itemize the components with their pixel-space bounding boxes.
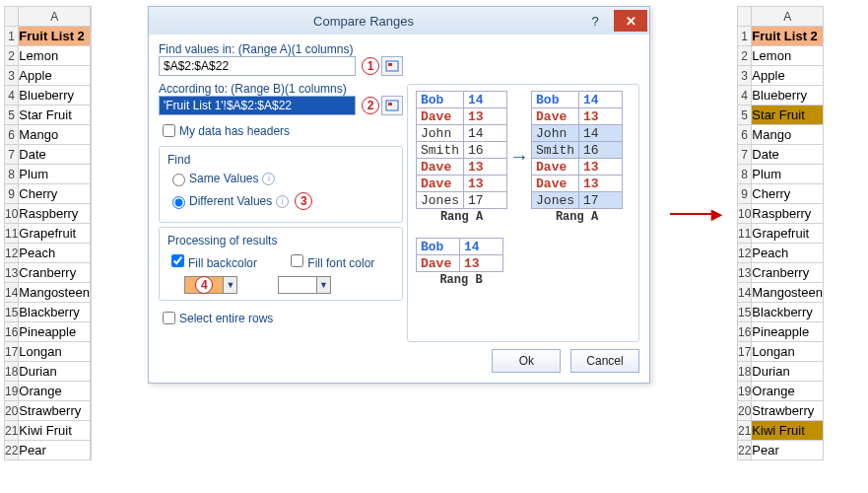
row-header[interactable]: 8 [738, 165, 752, 184]
fontcolor-dropdown-icon[interactable]: ▼ [317, 276, 331, 294]
row-header[interactable]: 15 [5, 303, 19, 322]
data-cell[interactable]: Blueberry [19, 86, 91, 106]
row-header[interactable]: 13 [5, 263, 19, 283]
data-cell[interactable]: Raspberry [19, 204, 91, 224]
data-cell[interactable]: Pear [19, 441, 91, 460]
row-header[interactable]: 3 [5, 66, 19, 86]
select-all-corner[interactable] [738, 7, 752, 27]
row-header[interactable]: 14 [5, 283, 19, 303]
cancel-button[interactable]: Cancel [570, 349, 639, 373]
data-cell[interactable]: Orange [752, 382, 824, 401]
data-cell[interactable]: Pear [752, 441, 824, 460]
data-cell[interactable]: Star Fruit [19, 106, 91, 125]
data-cell[interactable]: Blueberry [752, 86, 824, 106]
row-header[interactable]: 9 [738, 184, 752, 204]
row-header[interactable]: 18 [5, 362, 19, 382]
backcolor-swatch[interactable]: 4 [184, 276, 224, 294]
header-cell[interactable]: Fruit List 2 [752, 27, 824, 46]
data-cell[interactable]: Cherry [752, 184, 824, 204]
row-header[interactable]: 16 [738, 322, 752, 342]
data-cell[interactable]: Lemon [19, 46, 91, 66]
empty-cell[interactable] [90, 27, 91, 46]
range-a-picker-icon[interactable] [381, 56, 403, 76]
row-header[interactable]: 17 [738, 342, 752, 362]
data-cell[interactable]: Cranberry [752, 263, 824, 283]
row-header[interactable]: 22 [5, 441, 19, 460]
data-cell[interactable]: Plum [752, 165, 824, 184]
row-header[interactable]: 22 [738, 441, 752, 460]
info-icon[interactable]: i [262, 173, 275, 185]
row-header[interactable]: 13 [738, 263, 752, 283]
row-header[interactable]: 12 [738, 244, 752, 263]
empty-cell[interactable] [90, 224, 91, 244]
empty-cell[interactable] [90, 165, 91, 184]
row-header[interactable]: 19 [5, 382, 19, 401]
col-header-a[interactable]: A [752, 7, 824, 27]
col-header-b[interactable] [90, 7, 91, 27]
row-header[interactable]: 21 [738, 421, 752, 441]
row-header[interactable]: 4 [738, 86, 752, 106]
data-cell[interactable]: Plum [19, 165, 91, 184]
row-header[interactable]: 10 [5, 204, 19, 224]
data-cell[interactable]: Date [752, 145, 824, 165]
data-cell[interactable]: Raspberry [752, 204, 824, 224]
row-header[interactable]: 5 [738, 106, 752, 125]
empty-cell[interactable] [90, 145, 91, 165]
row-header[interactable]: 2 [738, 46, 752, 66]
fontcolor-swatch[interactable] [278, 276, 317, 294]
row-header[interactable]: 20 [5, 401, 19, 421]
range-b-input[interactable]: 'Fruit List 1'!$A$2:$A$22 [159, 96, 356, 115]
empty-cell[interactable] [90, 66, 91, 86]
empty-cell[interactable] [90, 86, 91, 106]
data-cell[interactable]: Pineapple [19, 322, 91, 342]
empty-cell[interactable] [90, 125, 91, 145]
empty-cell[interactable] [90, 382, 91, 401]
data-cell[interactable]: Peach [752, 244, 824, 263]
empty-cell[interactable] [90, 204, 91, 224]
col-header-a[interactable]: A [19, 7, 91, 27]
row-header[interactable]: 12 [5, 244, 19, 263]
right-spreadsheet[interactable]: A 1Fruit List 2 2Lemon3Apple4Blueberry5S… [737, 6, 824, 460]
empty-cell[interactable] [90, 106, 91, 125]
row-header[interactable]: 11 [5, 224, 19, 244]
data-cell[interactable]: Strawberry [752, 401, 824, 421]
backcolor-dropdown-icon[interactable]: ▼ [224, 276, 237, 294]
data-cell[interactable]: Blackberry [752, 303, 824, 322]
fill-fontcolor-checkbox[interactable]: Fill font color [287, 251, 374, 270]
select-all-corner[interactable] [5, 7, 19, 27]
empty-cell[interactable] [90, 184, 91, 204]
same-values-radio[interactable]: Same Valuesi [167, 171, 394, 186]
data-cell[interactable]: Orange [19, 382, 91, 401]
fill-backcolor-checkbox[interactable]: Fill backcolor [167, 251, 284, 270]
data-cell[interactable]: Kiwi Fruit [752, 421, 824, 441]
left-spreadsheet[interactable]: A 1Fruit List 2 2Lemon3Apple4Blueberry5S… [4, 6, 92, 460]
row-header[interactable]: 5 [5, 106, 19, 125]
help-button[interactable]: ? [578, 10, 612, 32]
row-header[interactable]: 11 [738, 224, 752, 244]
empty-cell[interactable] [90, 342, 91, 362]
my-data-headers-checkbox[interactable]: My data has headers [159, 121, 403, 140]
row-header[interactable]: 6 [5, 125, 19, 145]
header-cell[interactable]: Fruit List 2 [19, 27, 91, 46]
row-header[interactable]: 14 [738, 283, 752, 303]
row-header[interactable]: 8 [5, 165, 19, 184]
select-entire-rows-checkbox[interactable]: Select entire rows [159, 309, 403, 327]
data-cell[interactable]: Peach [19, 244, 91, 263]
data-cell[interactable]: Apple [19, 66, 91, 86]
data-cell[interactable]: Durian [752, 362, 824, 382]
data-cell[interactable]: Mangosteen [19, 283, 91, 303]
row-header[interactable]: 7 [738, 145, 752, 165]
data-cell[interactable]: Strawberry [19, 401, 91, 421]
row-header[interactable]: 4 [5, 86, 19, 106]
row-header[interactable]: 20 [738, 401, 752, 421]
row-header[interactable]: 18 [738, 362, 752, 382]
row-header[interactable]: 17 [5, 342, 19, 362]
empty-cell[interactable] [90, 362, 91, 382]
different-values-radio[interactable]: Different Valuesi3 [167, 192, 394, 210]
ok-button[interactable]: Ok [492, 349, 561, 373]
row-header[interactable]: 6 [738, 125, 752, 145]
data-cell[interactable]: Date [19, 145, 91, 165]
empty-cell[interactable] [90, 244, 91, 263]
data-cell[interactable]: Durian [19, 362, 91, 382]
row-header[interactable]: 9 [5, 184, 19, 204]
